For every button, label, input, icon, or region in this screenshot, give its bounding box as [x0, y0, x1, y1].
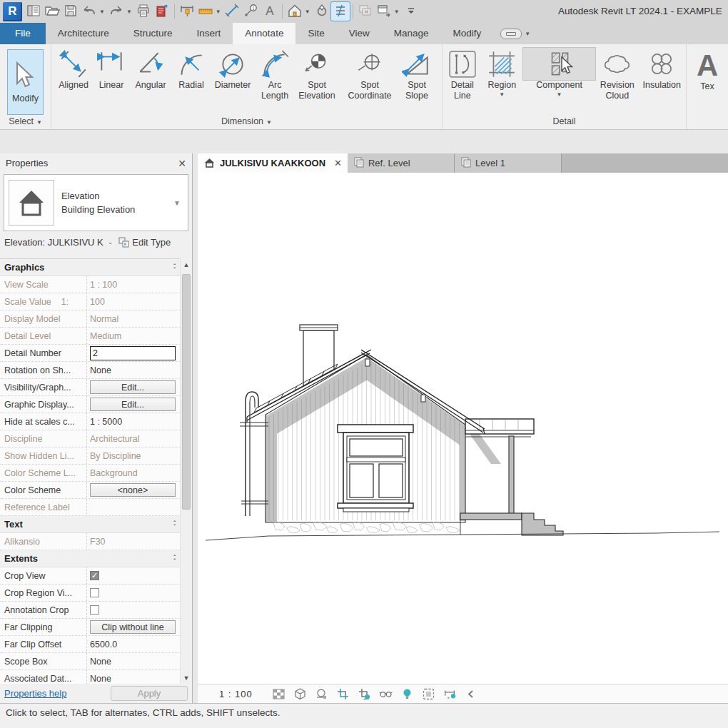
close-icon[interactable]: ✕: [178, 158, 186, 169]
collapse-chevron-icon[interactable]: ˆˆ: [173, 264, 176, 271]
tab-view[interactable]: View: [337, 23, 382, 44]
properties-toggle-button[interactable]: [24, 2, 43, 21]
property-text[interactable]: None: [90, 657, 111, 667]
scroll-up-icon[interactable]: ▲: [181, 258, 192, 271]
view-tab-julkisivu-kaakkoon[interactable]: JULKISIVU KAAKKOON✕: [198, 153, 348, 173]
ribbon-display-toggle[interactable]: ▼: [500, 29, 530, 39]
dim-angular-tool[interactable]: Angular: [128, 46, 173, 91]
property-text[interactable]: None: [90, 674, 111, 684]
drawing-canvas[interactable]: [198, 173, 728, 684]
show-crop-region-icon[interactable]: [358, 687, 371, 701]
dim-radial-tool[interactable]: Radial: [173, 46, 210, 91]
aligned-dimension-button[interactable]: [223, 2, 242, 21]
text-tool[interactable]: A Tex: [688, 46, 727, 92]
spot-slope-tool[interactable]: SpotSlope: [400, 46, 434, 101]
customize-qat-button[interactable]: [402, 2, 420, 21]
visual-style-icon[interactable]: [293, 687, 307, 701]
modify-button[interactable]: Modify: [7, 49, 44, 115]
default-3d-view-button[interactable]: [285, 2, 304, 21]
dim-aligned-tool[interactable]: Aligned: [53, 46, 94, 91]
property-text[interactable]: 6500.0: [90, 639, 117, 649]
tab-modify[interactable]: Modify: [440, 23, 493, 44]
view-tab-level-1[interactable]: Level 1: [455, 153, 562, 173]
property-checkbox[interactable]: [90, 605, 99, 615]
section-header-text[interactable]: Textˆˆ: [0, 516, 180, 533]
sun-path-icon[interactable]: [315, 687, 328, 701]
property-checkbox[interactable]: [90, 571, 99, 580]
detail-level-icon[interactable]: [272, 687, 285, 701]
text-button[interactable]: A: [261, 2, 279, 21]
region-tool[interactable]: Region▼: [481, 46, 523, 98]
component-tool[interactable]: Component▼: [523, 46, 595, 98]
collapse-arrow-icon[interactable]: [465, 687, 478, 701]
tab-structure[interactable]: Structure: [121, 23, 185, 44]
properties-scrollbar[interactable]: ▲ ▼: [180, 258, 191, 684]
dropdown-caret-icon[interactable]: ▼: [215, 9, 223, 15]
scrollbar-thumb[interactable]: [182, 274, 191, 510]
close-view-icon[interactable]: ✕: [334, 158, 342, 168]
property-checkbox[interactable]: [90, 588, 99, 597]
dropdown-caret-icon[interactable]: ▼: [98, 9, 107, 15]
collapse-chevron-icon[interactable]: ˆˆ: [173, 555, 176, 562]
temporary-hide-isolate-icon[interactable]: [379, 687, 393, 701]
dimension-pin-button[interactable]: [178, 2, 196, 21]
reveal-constraints-icon[interactable]: [443, 687, 457, 701]
chevron-down-icon[interactable]: ▼: [173, 199, 183, 207]
spot-elevation-tool[interactable]: SpotElevation: [294, 46, 340, 101]
dropdown-caret-icon[interactable]: ▼: [499, 91, 505, 98]
dimension-panel-label[interactable]: Dimension▼: [51, 115, 442, 129]
dropdown-caret-icon[interactable]: ▼: [393, 9, 402, 15]
spot-coordinate-tool[interactable]: SpotCoordinate: [340, 46, 400, 101]
section-header-extents[interactable]: Extentsˆˆ: [0, 550, 180, 567]
save-button[interactable]: [61, 2, 80, 21]
print-button[interactable]: [134, 2, 153, 21]
dropdown-caret-icon[interactable]: ▼: [557, 91, 562, 98]
close-hidden-windows-button[interactable]: [356, 2, 375, 21]
property-text[interactable]: 1 : 5000: [90, 417, 122, 427]
collapse-chevron-icon[interactable]: ˆˆ: [173, 521, 176, 528]
tab-site[interactable]: Site: [295, 23, 336, 44]
transfer-standards-button[interactable]: [153, 2, 171, 21]
tab-manage[interactable]: Manage: [382, 23, 441, 44]
tab-insert[interactable]: Insert: [185, 23, 233, 44]
view-tab-ref-level[interactable]: Ref. Level: [348, 153, 455, 173]
undo-button[interactable]: [80, 2, 98, 21]
insulation-tool[interactable]: Insulation: [639, 46, 684, 91]
revision-cloud-tool[interactable]: RevisionCloud: [595, 46, 639, 101]
section-header-graphics[interactable]: Graphicsˆˆ: [0, 259, 180, 276]
tag-by-category-button[interactable]: 1: [242, 2, 261, 21]
view-scale-button[interactable]: 1 : 100: [219, 689, 253, 699]
dim-linear-tool[interactable]: Linear: [94, 46, 128, 91]
property-edit-button[interactable]: Clip without line: [90, 620, 176, 634]
switch-windows-button[interactable]: [375, 2, 393, 21]
edit-type-button[interactable]: Edit Type: [118, 237, 171, 248]
type-selector[interactable]: Elevation Building Elevation ▼: [4, 174, 188, 231]
reveal-hidden-elements-icon[interactable]: [400, 687, 414, 701]
revit-logo-icon[interactable]: R: [3, 2, 22, 21]
section-button[interactable]: [313, 2, 331, 21]
property-text[interactable]: None: [90, 365, 111, 375]
dim-diameter-tool[interactable]: Diameter: [210, 46, 256, 91]
apply-button[interactable]: Apply: [111, 686, 188, 701]
dropdown-caret-icon[interactable]: ▼: [304, 9, 313, 15]
temporary-view-properties-icon[interactable]: [422, 687, 435, 701]
type-filter-dropdown[interactable]: Elevation: JULKISIVU K: [4, 237, 103, 248]
tab-architecture[interactable]: Architecture: [46, 23, 121, 44]
scroll-down-icon[interactable]: ▼: [181, 672, 192, 684]
properties-help-link[interactable]: Properties help: [4, 688, 111, 699]
property-input[interactable]: 2: [90, 346, 176, 360]
property-edit-button[interactable]: <none>: [90, 483, 176, 497]
crop-view-icon[interactable]: [336, 687, 350, 701]
detail-line-tool[interactable]: DetailLine: [444, 46, 481, 101]
dropdown-caret-icon[interactable]: ▼: [126, 9, 134, 15]
tab-file[interactable]: File: [0, 23, 46, 44]
property-edit-button[interactable]: Edit...: [90, 398, 176, 411]
property-edit-button[interactable]: Edit...: [90, 380, 176, 394]
thin-lines-button[interactable]: [331, 2, 350, 21]
redo-button[interactable]: [107, 2, 126, 21]
measure-button[interactable]: [196, 2, 215, 21]
open-button[interactable]: [43, 2, 61, 21]
select-panel-label[interactable]: Select▼: [0, 115, 51, 129]
dim-arc-length-tool[interactable]: ArcLength: [256, 46, 294, 101]
tab-annotate[interactable]: Annotate: [233, 23, 295, 44]
